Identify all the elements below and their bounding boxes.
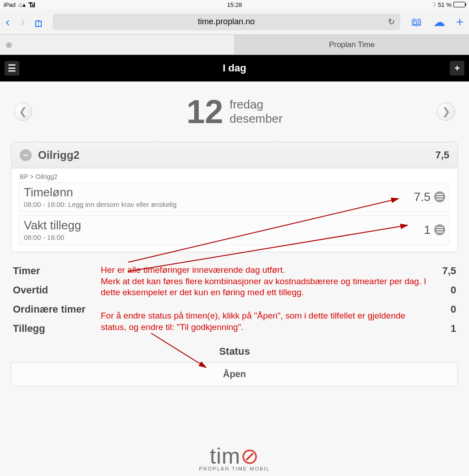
battery-percent: 51 % [438, 1, 452, 8]
device-label: iPad [4, 1, 16, 8]
wifi-icon: 📶︎ [28, 1, 35, 9]
day-number: 12 [186, 95, 223, 128]
brand-pre: tim [210, 444, 240, 468]
brand-tagline: PROPLAN TIME MOBIL [199, 466, 270, 471]
back-button[interactable]: ‹ [5, 16, 10, 28]
arrow-left-icon: ❮ [19, 106, 27, 118]
entry-subtitle: 08:00 - 16:00: Legg inn dersom krav elle… [24, 200, 414, 208]
annotation-text-2: For å endre status på timen(e), klikk på… [101, 310, 421, 333]
arrow-right-icon: ❯ [442, 106, 450, 118]
url-text: time.proplan.no [198, 17, 255, 27]
prev-day-button[interactable]: ❮ [14, 103, 32, 121]
content-area: ❮ 12 fredag desember ❯ − Oilrigg2 7,5 BP… [0, 81, 469, 386]
summary-label: Tillegg [13, 323, 45, 335]
project-total: 7,5 [435, 149, 449, 161]
app-header: ☰ I dag + [0, 55, 469, 81]
safari-toolbar: ‹ › ↑︎ time.proplan.no ↻ 📖︎ ☁︎ + [0, 9, 469, 35]
address-bar[interactable]: time.proplan.no ↻ [53, 14, 400, 30]
breadcrumb: BP > Oilrigg2 [11, 168, 458, 181]
plus-icon: + [454, 63, 460, 74]
close-tab-icon[interactable]: ⊗ [5, 40, 12, 50]
summary-value: 7,5 [442, 265, 456, 277]
hamburger-icon: ☰ [8, 63, 16, 74]
tab-proplan-time[interactable]: Proplan Time [235, 35, 469, 54]
wifi-icon: ⌂︎ [18, 1, 22, 8]
icloud-tabs-button[interactable]: ☁︎ [433, 16, 445, 28]
date-navigator: ❮ 12 fredag desember ❯ [9, 81, 460, 142]
entry-title: Timelønn [24, 185, 414, 200]
month-label: desember [229, 112, 283, 126]
clock: 15:28 [227, 1, 242, 8]
drag-handle-icon[interactable] [434, 224, 445, 235]
dnd-moon-icon: ☽ [431, 1, 436, 8]
status-value: Åpen [223, 369, 246, 379]
weekday-label: fredag [229, 97, 283, 112]
ios-status-bar: iPad ⌂︎ ▴ 📶︎ 15:28 ☽ 51 % [0, 0, 469, 9]
tab-label: Proplan Time [329, 40, 375, 49]
menu-button[interactable]: ☰ [5, 61, 19, 76]
forward-button: › [21, 16, 25, 28]
project-card: − Oilrigg2 7,5 BP > Oilrigg2 Timelønn 08… [11, 142, 458, 252]
footer-logo: tim⊘ PROPLAN TIME MOBIL [199, 443, 270, 471]
status-button[interactable]: Åpen [11, 362, 458, 386]
summary-label: Timer [13, 265, 40, 277]
status-heading: Status [9, 346, 460, 357]
summary-label: Ordinære timer [13, 303, 86, 315]
drag-handle-icon[interactable] [434, 191, 445, 202]
share-button[interactable]: ↑︎ [36, 17, 42, 27]
bookmarks-button[interactable]: 📖︎ [411, 16, 422, 27]
add-button[interactable]: + [450, 61, 464, 76]
next-day-button[interactable]: ❯ [437, 103, 455, 121]
annotation-text-1: Her er alle timeføringer inneværende dag… [101, 265, 431, 298]
summary-value: 0 [451, 284, 456, 296]
new-tab-button[interactable]: + [456, 16, 464, 28]
wifi-icon: ▴ [22, 1, 26, 8]
reload-icon[interactable]: ↻ [388, 17, 395, 27]
page-title: I dag [223, 62, 246, 74]
time-entry[interactable]: Timelønn 08:00 - 16:00: Legg inn dersom … [19, 182, 450, 212]
entry-value: 1 [424, 223, 434, 237]
project-name: Oilrigg2 [38, 149, 80, 162]
date-display: 12 fredag desember [186, 95, 283, 128]
entry-value: 7.5 [414, 190, 434, 204]
summary-value: 0 [451, 303, 456, 315]
safari-tab-row: ⊗ Proplan Time [0, 35, 469, 55]
time-entry[interactable]: Vakt tillegg 08:00 - 16:00 1 [19, 215, 450, 245]
project-header[interactable]: − Oilrigg2 7,5 [11, 142, 458, 168]
brand-o-icon: ⊘ [240, 444, 259, 468]
summary-value: 1 [451, 323, 456, 335]
battery-icon [453, 2, 465, 7]
collapse-icon[interactable]: − [20, 149, 32, 161]
tab-blank[interactable]: ⊗ [0, 35, 235, 54]
entry-subtitle: 08:00 - 16:00 [24, 233, 424, 241]
entry-title: Vakt tillegg [24, 218, 424, 233]
summary-label: Overtid [13, 284, 48, 296]
